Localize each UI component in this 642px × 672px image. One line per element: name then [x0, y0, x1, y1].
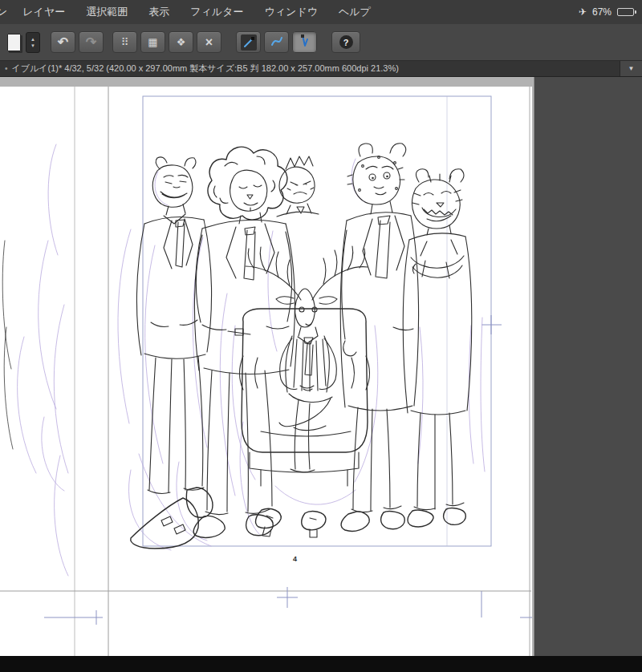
character-mongoose: [131, 157, 213, 549]
battery-percent-label: 67%: [592, 6, 612, 18]
menu-item-layer[interactable]: レイヤー: [12, 0, 75, 24]
character-tiger: [403, 169, 472, 527]
snap-grid-icon: ▦: [148, 36, 157, 48]
document-dropdown-button[interactable]: ▼: [620, 61, 642, 76]
page-number-label: 4: [293, 555, 297, 563]
side-panel: [534, 77, 642, 656]
app-window: ン レイヤー 選択範囲 表示 フィルター ウィンドウ ヘルプ ✈ 67% ▲ ▼…: [0, 0, 642, 672]
vector-line-tool-button[interactable]: [236, 31, 261, 53]
document-info-bar: • イブルイ(1)* 4/32, 5/32 (420.00 x 297.00mm…: [0, 61, 642, 77]
document-dot-icon: •: [0, 64, 12, 73]
menu-item-window[interactable]: ウィンドウ: [254, 0, 328, 24]
undo-icon: ↶: [58, 34, 68, 50]
snap-special-button[interactable]: ❖: [169, 31, 193, 53]
menu-item-view[interactable]: 表示: [138, 0, 180, 24]
armchair: [240, 309, 370, 486]
page-stepper[interactable]: ▲ ▼: [26, 32, 40, 53]
document-title: イブルイ(1)* 4/32, 5/32 (420.00 x 297.00mm 製…: [12, 63, 399, 75]
character-grumpy-cat: [277, 156, 319, 217]
menu-item-help[interactable]: ヘルプ: [328, 0, 381, 24]
page-thumbnail-icon[interactable]: [7, 34, 21, 51]
battery-icon: [617, 8, 634, 16]
menu-item-selection[interactable]: 選択範囲: [75, 0, 138, 24]
character-jaguar: [340, 144, 418, 532]
snap-dots-button[interactable]: ⠿: [112, 31, 137, 53]
snap-grid-button[interactable]: ▦: [140, 31, 165, 53]
chevron-down-icon: ▼: [628, 65, 635, 72]
undo-button[interactable]: ↶: [51, 31, 75, 53]
transform-button[interactable]: ×: [197, 31, 221, 53]
snap-special-icon: ❖: [177, 36, 186, 48]
vector-edit-icon: [298, 34, 312, 51]
menu-item-filter[interactable]: フィルター: [180, 0, 254, 24]
transform-icon: ×: [205, 35, 213, 50]
left-page-sketch[interactable]: [0, 87, 75, 592]
help-icon: ?: [339, 35, 353, 49]
vector-curve-icon: [270, 34, 284, 51]
redo-button[interactable]: ↷: [79, 31, 104, 53]
character-deer: [246, 246, 368, 537]
status-area: ✈ 67%: [579, 6, 642, 18]
help-button[interactable]: ?: [331, 31, 360, 53]
toolbar: ▲ ▼ ↶ ↷ ⠿ ▦ ❖ ×: [0, 24, 642, 61]
stepper-up-icon: ▲: [30, 37, 35, 42]
vector-edit-tool-button[interactable]: [292, 31, 317, 53]
menu-bar: ン レイヤー 選択範囲 表示 フィルター ウィンドウ ヘルプ ✈ 67%: [0, 0, 642, 24]
bottom-bar: [0, 656, 642, 672]
stepper-down-icon: ▼: [30, 43, 35, 48]
vector-curve-tool-button[interactable]: [264, 31, 289, 53]
airplane-mode-icon: ✈: [579, 6, 587, 18]
redo-icon: ↷: [86, 34, 96, 50]
canvas-area: 4: [0, 77, 642, 656]
vector-line-icon: [241, 34, 257, 51]
snap-dots-icon: ⠿: [121, 36, 129, 48]
artwork-sketch[interactable]: [108, 87, 534, 592]
menu-item-partial[interactable]: ン: [0, 0, 12, 24]
